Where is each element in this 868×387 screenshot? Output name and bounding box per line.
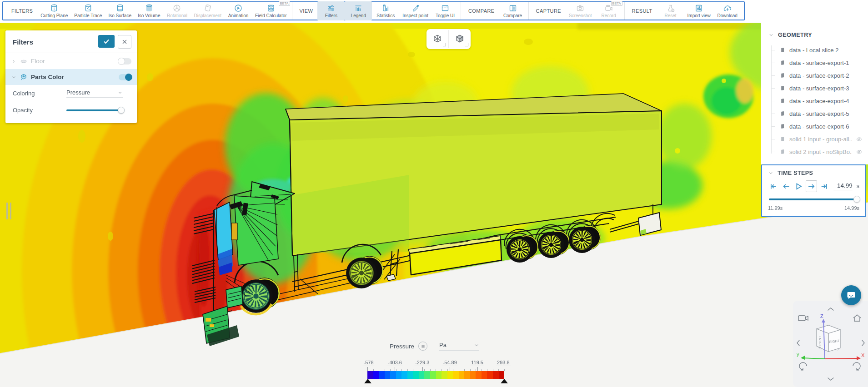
opacity-slider[interactable] [66, 107, 123, 114]
scale-min-handle[interactable] [364, 379, 371, 383]
time-unit-label: s [857, 183, 859, 189]
playback-button[interactable] [768, 180, 779, 192]
y-axis-label: y [797, 352, 799, 357]
geometry-header[interactable]: GEOMETRY [761, 32, 868, 38]
toolbar-button[interactable]: Displacement [191, 1, 225, 20]
geometry-item-label: data - surface-export-5 [789, 110, 868, 117]
sheet-icon [779, 85, 786, 91]
beta-badge: BETA [611, 1, 622, 6]
coloring-select[interactable]: Pressure [66, 89, 123, 98]
geometry-item[interactable]: data - surface-export-6 [761, 120, 868, 133]
geometry-item[interactable]: data - surface-export-1 [761, 56, 868, 69]
sheet-icon [779, 123, 786, 129]
rotate-right-chevron[interactable] [862, 340, 864, 346]
color-scale-bar[interactable] [367, 371, 504, 379]
close-filters-button[interactable] [118, 35, 131, 49]
chevron-down-icon [768, 170, 773, 176]
chat-support-button[interactable] [841, 285, 861, 305]
home-icon[interactable] [853, 315, 861, 321]
filter-visibility-toggle[interactable] [119, 74, 131, 80]
time-slider[interactable] [768, 196, 859, 203]
toolbar-button[interactable]: Legend [345, 1, 372, 20]
solid-view-button[interactable] [448, 30, 471, 48]
toolbar-button[interactable]: Filters [317, 1, 345, 20]
toolbar-button[interactable]: Rotational [163, 1, 191, 20]
toolbar-button[interactable]: Toggle UI [431, 1, 459, 20]
geometry-item[interactable]: data - surface-export-4 [761, 94, 868, 107]
toolbar-button[interactable]: BETA Field Calculator [252, 1, 290, 20]
scale-max-handle[interactable] [501, 379, 508, 383]
time-steps-header[interactable]: TIME STEPS [768, 170, 859, 176]
parts-color-icon [20, 73, 28, 81]
cube-front-label: FRONT [818, 335, 822, 347]
particle-trace-icon [84, 4, 93, 13]
apply-filters-button[interactable] [98, 35, 115, 48]
toolbar-button[interactable]: Download [714, 1, 741, 20]
camera-icon[interactable] [798, 316, 808, 321]
playback-button[interactable] [818, 180, 830, 192]
orientation-cube[interactable]: FRONT RIGHT [817, 325, 840, 352]
filters-panel: Filters Floor Parts Color [5, 30, 137, 123]
toolbar-button[interactable]: Compare [499, 1, 527, 20]
view-mode-toolbar [426, 29, 471, 49]
toolbar-button[interactable]: BETA Record [595, 1, 622, 20]
legend-menu-button[interactable] [418, 342, 427, 351]
sheet-icon [779, 98, 786, 104]
eye-off-icon[interactable] [856, 136, 863, 143]
geometry-item[interactable]: solid 2 input - noSlipBo... [761, 145, 868, 158]
chevron-down-icon [117, 90, 123, 95]
coloring-label: Coloring [13, 90, 66, 97]
wireframe-cube-icon [432, 34, 443, 45]
drawer-handle[interactable] [6, 203, 11, 219]
rotate-down-chevron[interactable] [828, 378, 833, 380]
toolbar-button[interactable]: Reset [657, 1, 684, 20]
rotate-left-chevron[interactable] [797, 340, 799, 346]
time-range-start: 11.99s [768, 205, 783, 211]
toolbar-button[interactable]: Import view [684, 1, 714, 20]
skip-start-icon [768, 181, 779, 192]
displacement-icon [203, 4, 212, 13]
geometry-item[interactable]: data - surface-export-3 [761, 82, 868, 94]
time-slider-knob[interactable] [853, 196, 860, 203]
geometry-item[interactable]: data - Local slice 2 [761, 44, 868, 56]
rotate-up-chevron[interactable] [828, 308, 833, 310]
rotate-cw-icon[interactable] [853, 362, 860, 370]
navigation-cube-widget[interactable]: FRONT RIGHT Z y X [793, 301, 868, 387]
legend-field-label: Pressure [390, 343, 414, 350]
filter-row[interactable]: Parts Color [5, 69, 137, 85]
playback-button[interactable] [793, 180, 804, 192]
toolbar-button[interactable]: Animation [225, 1, 252, 20]
menu-icon [421, 344, 425, 348]
scale-tick-label: -229.3 [414, 360, 430, 366]
scale-tick-label: 119.5 [470, 360, 484, 366]
chevron-right-icon [11, 59, 16, 64]
toolbar-button[interactable]: Iso Volume [135, 1, 163, 20]
toolbar-button[interactable]: Statistics [372, 1, 399, 20]
main-toolbar: FILTERS Cutting Plane Particle Trace Iso… [2, 1, 745, 20]
filter-visibility-toggle[interactable] [119, 58, 131, 64]
time-step-value[interactable]: 14.99 [833, 182, 853, 190]
rotate-ccw-icon[interactable] [799, 362, 807, 370]
geometry-panel: GEOMETRY data - Local slice 2 [761, 23, 868, 164]
geometry-item[interactable]: data - surface-export-5 [761, 107, 868, 120]
toolbar-button[interactable]: Cutting Plane [37, 1, 71, 20]
sheet-icon [779, 149, 786, 155]
wireframe-view-button[interactable] [426, 30, 448, 48]
z-axis-label: Z [820, 313, 823, 319]
eye-off-icon[interactable] [856, 149, 863, 155]
playback-button[interactable] [806, 180, 817, 192]
chat-icon [846, 290, 856, 300]
toolbar-button[interactable]: Iso Surface [105, 1, 135, 20]
toolbar-button[interactable]: Particle Trace [71, 1, 105, 20]
toolbar-button[interactable]: Screenshot [566, 1, 595, 20]
toolbar-button[interactable]: Inspect point [399, 1, 431, 20]
geometry-item[interactable]: data - surface-export-2 [761, 69, 868, 82]
legend-icon [354, 4, 363, 13]
playback-button[interactable] [781, 180, 792, 192]
scale-tick-label: -578 [363, 360, 375, 366]
reset-icon [666, 4, 675, 13]
corner-indicator [443, 43, 446, 46]
unit-select[interactable]: Pa [439, 342, 479, 351]
filter-row[interactable]: Floor [5, 53, 137, 69]
geometry-item[interactable]: solid 1 input - group-all... [761, 133, 868, 145]
